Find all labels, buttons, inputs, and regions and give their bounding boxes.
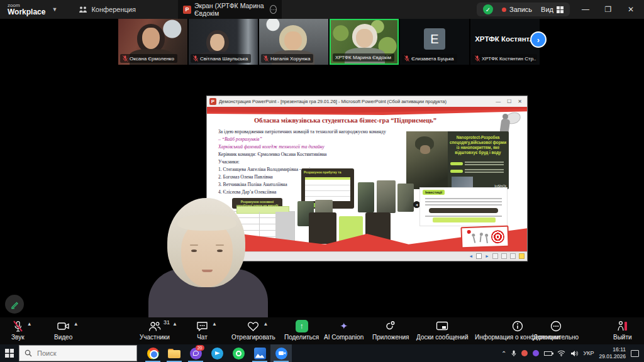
powerpoint-titlebar[interactable]: P Демонстрация PowerPoint - [презентація… xyxy=(207,96,527,107)
participant-name: Єлизавета Буцька xyxy=(411,56,454,62)
powerpoint-title: Демонстрация PowerPoint - [презентація г… xyxy=(219,99,447,104)
chevron-up-icon[interactable]: ▲ xyxy=(172,321,177,327)
battery-icon[interactable] xyxy=(544,351,552,356)
ppt-maximize-button[interactable]: ☐ xyxy=(507,99,511,104)
view-grid-icon xyxy=(557,6,564,13)
security-shield-icon[interactable]: ✓ xyxy=(483,4,493,14)
video-thumb-4-active-speaker[interactable]: ХРТФК Марина Євдокім xyxy=(330,19,399,65)
slideshow-view-icon[interactable] xyxy=(519,253,525,259)
nanoprotect-panel: Nanoprotect-Розробка спецодягу,військово… xyxy=(406,131,509,189)
participants-button[interactable]: 31 ▲ Участники xyxy=(140,320,170,341)
action-center-icon[interactable] xyxy=(631,350,639,357)
chevron-up-icon[interactable]: ▲ xyxy=(263,321,268,327)
chevron-up-icon[interactable]: ▲ xyxy=(27,321,32,327)
lime-chip xyxy=(450,170,463,173)
participant-name-label: Світлана Шаульська xyxy=(191,54,251,63)
taskbar-viber[interactable]: 20 xyxy=(185,344,206,362)
taskbar-search[interactable] xyxy=(19,345,137,361)
chevron-down-icon[interactable]: ▼ xyxy=(52,6,57,13)
video-thumb-6[interactable]: ХРТФК Костянт... ХРТФК Костянтин Стр.. xyxy=(470,19,540,65)
minimize-button[interactable]: — xyxy=(579,5,592,14)
dark-text-card xyxy=(309,212,336,244)
tray-mic-icon[interactable] xyxy=(511,350,516,357)
share-label: Поделиться xyxy=(284,334,319,341)
stick-figure xyxy=(486,237,487,243)
wifi-icon[interactable] xyxy=(557,350,565,356)
taskbar-telegram[interactable] xyxy=(206,344,228,362)
video-thumb-2[interactable]: Світлана Шаульська xyxy=(189,19,258,65)
taskbar-whatsapp[interactable] xyxy=(228,344,249,362)
chrome-icon xyxy=(147,348,159,359)
video-button[interactable]: ▲ Видео xyxy=(54,320,72,341)
muted-mic-icon xyxy=(123,55,128,62)
video-thumb-1[interactable]: Оксана Єрмоленко xyxy=(118,19,187,65)
video-thumb-3[interactable]: Наталія Хорунжа xyxy=(259,19,328,65)
ppt-close-button[interactable]: ✕ xyxy=(518,99,522,104)
folder-icon xyxy=(168,349,180,358)
next-slide-icon[interactable]: ► xyxy=(485,254,489,258)
stick-figure xyxy=(480,236,482,242)
chevron-up-icon[interactable]: ▲ xyxy=(212,321,217,327)
participant-name: Світлана Шаульська xyxy=(200,56,248,62)
tab-options-icon[interactable]: ⋯ xyxy=(270,5,277,14)
apps-button[interactable]: Приложения xyxy=(372,320,409,341)
audio-button[interactable]: ▲ Звук xyxy=(11,320,25,341)
volume-icon[interactable] xyxy=(570,350,578,357)
language-indicator[interactable]: УКР xyxy=(583,350,594,356)
zoom-icon xyxy=(275,348,287,359)
taskbar-zoom[interactable] xyxy=(270,344,292,362)
taskbar-photos[interactable] xyxy=(249,344,270,362)
prev-slide-icon[interactable]: ◄ xyxy=(469,254,473,258)
ppt-minimize-button[interactable]: — xyxy=(496,99,501,104)
face-shape xyxy=(420,145,430,154)
leave-label: Выйти xyxy=(613,334,632,341)
tray-viber-icon[interactable] xyxy=(533,350,539,356)
soldier-photo xyxy=(397,184,414,212)
presenter-webcam xyxy=(140,184,275,321)
tab-meeting[interactable]: Конференция xyxy=(79,6,135,13)
tray-app-red-icon[interactable] xyxy=(521,350,528,356)
chevron-up-icon[interactable]: ▲ xyxy=(74,321,79,327)
search-input[interactable] xyxy=(37,349,125,357)
participant-face xyxy=(210,34,225,51)
chat-button[interactable]: ▲ Чат xyxy=(196,320,208,341)
start-button[interactable] xyxy=(0,344,19,362)
stick-figure xyxy=(473,236,475,243)
more-icon xyxy=(550,321,562,332)
apps-label: Приложения xyxy=(372,334,409,341)
soldier-photo xyxy=(377,180,396,213)
taskbar-chrome[interactable] xyxy=(142,344,164,362)
muted-mic-icon xyxy=(193,55,198,62)
reading-view-icon[interactable] xyxy=(510,253,516,259)
slide-sorter-icon[interactable] xyxy=(501,253,507,259)
taskbar-clock[interactable]: 16:11 29.01.2026 xyxy=(599,346,626,359)
view-button[interactable]: Вид xyxy=(541,6,564,13)
presenter-fringe xyxy=(177,214,236,231)
tab-shared-screen[interactable]: P Экран (ХРТФК Марина Євдокім ⋯ xyxy=(178,0,282,19)
dartboard-icon xyxy=(491,230,505,244)
taskbar-explorer[interactable] xyxy=(164,344,185,362)
tab-meeting-label: Конференция xyxy=(91,6,135,13)
leave-button[interactable]: Выйти xyxy=(613,320,632,341)
ai-companion-button[interactable]: ✦ AI Companion xyxy=(324,320,364,341)
react-button[interactable]: ▲ Отреагировать xyxy=(231,320,275,341)
more-button[interactable]: Дополнительно xyxy=(533,320,579,341)
video-thumb-5[interactable]: E Єлизавета Буцька xyxy=(400,19,469,65)
next-participants-button[interactable]: › xyxy=(530,31,547,48)
participants-video-strip: Оксана Єрмоленко Світлана Шаульська xyxy=(0,19,644,65)
record-indicator[interactable]: Запись xyxy=(502,6,532,13)
participants-count: 31 xyxy=(164,319,170,326)
restore-button[interactable]: ❐ xyxy=(601,5,615,14)
boards-button[interactable]: Доски сообщений xyxy=(416,320,469,341)
tray-expand-icon[interactable]: ⌃ xyxy=(501,350,506,357)
info-icon xyxy=(512,321,523,332)
close-button[interactable]: ✕ xyxy=(624,5,638,14)
record-label: Запись xyxy=(509,6,532,13)
apps-icon xyxy=(385,321,396,332)
share-button[interactable]: ↑ Поделиться xyxy=(284,320,319,341)
normal-view-icon[interactable] xyxy=(492,253,498,259)
meeting-controls-pill: ✓ Запись Вид xyxy=(477,3,570,16)
heart-icon xyxy=(247,321,259,332)
pen-menu-icon[interactable] xyxy=(476,253,482,259)
annotate-button[interactable] xyxy=(5,295,24,314)
